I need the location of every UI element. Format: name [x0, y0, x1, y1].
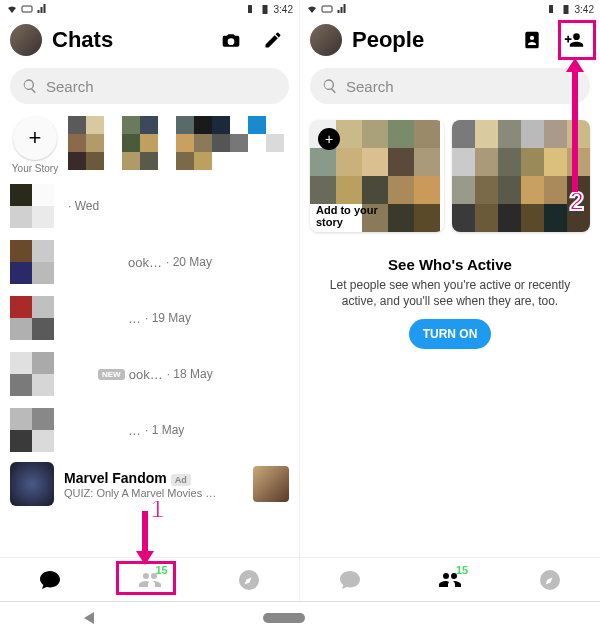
wifi-icon	[306, 3, 318, 15]
chat-avatar-blurred	[10, 296, 54, 340]
chat-row[interactable]: …· 1 May	[0, 402, 299, 458]
sponsored-row[interactable]: Marvel FandomAd QUIZ: Only A Marvel Movi…	[0, 458, 299, 510]
promo-heading: See Who's Active	[324, 256, 576, 273]
chats-header: Chats	[0, 18, 299, 62]
plus-icon: +	[13, 116, 57, 160]
stories-mosaic-blurred	[68, 116, 289, 170]
search-icon	[322, 78, 338, 94]
phone-people: 3:42 People Search	[300, 0, 600, 601]
chat-row[interactable]: ook…· 20 May	[0, 234, 299, 290]
story-mosaic-blurred	[452, 120, 590, 232]
profile-avatar[interactable]	[10, 24, 42, 56]
compass-icon	[237, 568, 261, 592]
page-title: Chats	[52, 27, 205, 53]
add-story-label: Add to your story	[316, 204, 386, 228]
chat-date: · 18 May	[167, 367, 213, 381]
pencil-icon	[263, 30, 283, 50]
your-story-button[interactable]: + Your Story	[10, 116, 60, 174]
chat-avatar-blurred	[10, 184, 54, 228]
search-bar[interactable]: Search	[310, 68, 590, 104]
signal-icon	[36, 3, 48, 15]
wifi-icon	[6, 3, 18, 15]
bottom-tabs: 15	[300, 557, 600, 601]
turn-on-button[interactable]: TURN ON	[409, 319, 492, 349]
vibrate-icon	[244, 3, 256, 15]
story-cards: + Add to your story	[310, 120, 590, 232]
ad-title: Marvel Fandom	[64, 470, 167, 486]
page-title: People	[352, 27, 506, 53]
contacts-button[interactable]	[516, 24, 548, 56]
svg-rect-5	[549, 5, 553, 13]
home-button[interactable]	[263, 613, 305, 623]
chat-row[interactable]: · Wed	[0, 178, 299, 234]
clock-text: 3:42	[274, 4, 293, 15]
search-icon	[22, 78, 38, 94]
ad-preview-thumbnail	[253, 466, 289, 502]
profile-avatar[interactable]	[310, 24, 342, 56]
svg-rect-4	[322, 6, 332, 12]
status-bar: 3:42	[300, 0, 600, 18]
bottom-tabs: 15	[0, 557, 299, 601]
battery-icon	[560, 3, 572, 15]
volte-icon	[321, 3, 333, 15]
chat-bubble-icon	[338, 568, 362, 592]
svg-rect-2	[262, 5, 267, 14]
status-bar: 3:42	[0, 0, 299, 18]
chat-bubble-icon	[38, 568, 62, 592]
battery-icon	[259, 3, 271, 15]
people-count-badge: 15	[456, 564, 468, 576]
address-book-icon	[522, 30, 542, 50]
chat-date: · Wed	[68, 199, 99, 213]
tab-discover[interactable]	[199, 558, 299, 601]
story-row: + Your Story	[0, 110, 299, 178]
add-person-icon	[564, 30, 584, 50]
chat-date: · 1 May	[145, 423, 184, 437]
add-story-card[interactable]: + Add to your story	[310, 120, 444, 232]
chat-row[interactable]: NEWook…· 18 May	[0, 346, 299, 402]
chat-avatar-blurred	[10, 240, 54, 284]
back-button[interactable]	[84, 612, 94, 624]
compass-icon	[538, 568, 562, 592]
your-story-label: Your Story	[10, 163, 60, 174]
search-placeholder: Search	[46, 78, 94, 95]
tab-chats[interactable]	[0, 558, 100, 601]
android-nav-bar	[0, 601, 600, 633]
chat-list: · Wed ook…· 20 May …· 19 May	[0, 178, 299, 557]
story-card[interactable]	[452, 120, 590, 232]
active-status-promo: See Who's Active Let people see when you…	[300, 242, 600, 363]
chat-avatar-blurred	[10, 408, 54, 452]
clock-text: 3:42	[575, 4, 594, 15]
tab-people[interactable]: 15	[400, 558, 500, 601]
search-bar[interactable]: Search	[10, 68, 289, 104]
chat-date: · 19 May	[145, 311, 191, 325]
chat-avatar-blurred	[10, 352, 54, 396]
volte-icon	[21, 3, 33, 15]
tab-discover[interactable]	[500, 558, 600, 601]
phone-chats: 3:42 Chats Search + Your Story	[0, 0, 300, 601]
ad-badge: Ad	[171, 474, 191, 486]
camera-button[interactable]	[215, 24, 247, 56]
people-count-badge: 15	[155, 564, 167, 576]
people-header: People	[300, 18, 600, 62]
chat-row[interactable]: …· 19 May	[0, 290, 299, 346]
new-badge: NEW	[98, 369, 125, 380]
svg-rect-1	[248, 5, 252, 13]
promo-body: Let people see when you're active or rec…	[324, 277, 576, 309]
tab-chats[interactable]	[300, 558, 400, 601]
chat-date: · 20 May	[166, 255, 212, 269]
signal-icon	[336, 3, 348, 15]
compose-button[interactable]	[257, 24, 289, 56]
ad-thumbnail	[10, 462, 54, 506]
svg-rect-6	[563, 5, 568, 14]
search-placeholder: Search	[346, 78, 394, 95]
camera-icon	[221, 30, 241, 50]
plus-icon: +	[318, 128, 340, 150]
add-contact-button[interactable]	[558, 24, 590, 56]
side-by-side-phones: 3:42 Chats Search + Your Story	[0, 0, 600, 601]
svg-rect-0	[22, 6, 32, 12]
ad-subtitle: QUIZ: Only A Marvel Movies …	[64, 487, 243, 499]
vibrate-icon	[545, 3, 557, 15]
tab-people[interactable]: 15	[100, 558, 200, 601]
